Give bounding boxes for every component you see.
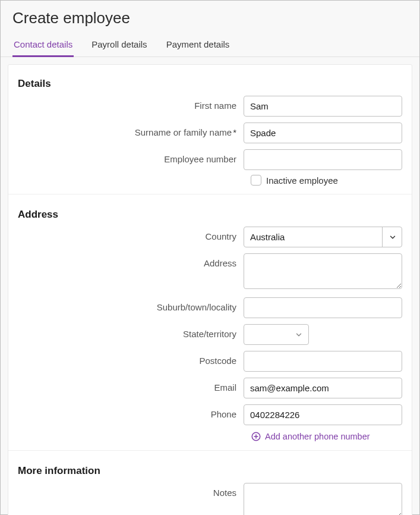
create-employee-window: Create employee Contact details Payroll … [0, 0, 420, 515]
tab-payment-details[interactable]: Payment details [165, 34, 231, 56]
plus-circle-icon [251, 431, 261, 442]
select-country[interactable] [244, 227, 402, 247]
label-state: State/territory [18, 324, 244, 339]
add-phone-label: Add another phone number [265, 432, 370, 441]
label-inactive-employee: Inactive employee [266, 175, 338, 186]
label-suburb: Suburb/town/locality [18, 297, 244, 312]
input-surname[interactable] [244, 123, 402, 143]
section-header-details: Details [18, 67, 402, 96]
input-email[interactable] [244, 378, 402, 398]
select-state-value[interactable] [244, 324, 309, 345]
page-title: Create employee [1, 1, 419, 31]
label-email: Email [18, 378, 244, 392]
checkbox-inactive-employee[interactable] [251, 175, 261, 186]
tab-contact-details[interactable]: Contact details [12, 34, 74, 57]
label-notes: Notes [18, 483, 244, 498]
input-first-name[interactable] [244, 96, 402, 117]
divider [8, 450, 412, 451]
divider [8, 194, 412, 194]
form-panel: Details First name Surname or family nam… [8, 64, 412, 515]
label-surname: Surname or family name* [18, 123, 244, 137]
section-header-address: Address [18, 198, 402, 227]
textarea-notes[interactable] [244, 483, 402, 515]
label-country: Country [18, 227, 244, 241]
label-address: Address [18, 253, 244, 268]
label-phone: Phone [18, 404, 244, 419]
input-suburb[interactable] [244, 297, 402, 318]
select-state[interactable] [244, 324, 309, 345]
section-header-more-info: More information [18, 454, 402, 483]
label-first-name: First name [18, 96, 244, 111]
label-employee-number: Employee number [18, 149, 244, 164]
input-phone[interactable] [244, 404, 402, 425]
tabs-bar: Contact details Payroll details Payment … [1, 31, 419, 57]
label-postcode: Postcode [18, 351, 244, 366]
input-postcode[interactable] [244, 351, 402, 372]
add-phone-button[interactable]: Add another phone number [251, 431, 402, 442]
tab-payroll-details[interactable]: Payroll details [90, 34, 148, 56]
select-country-value[interactable] [244, 227, 402, 247]
input-employee-number[interactable] [244, 149, 402, 170]
textarea-address[interactable] [244, 253, 402, 289]
